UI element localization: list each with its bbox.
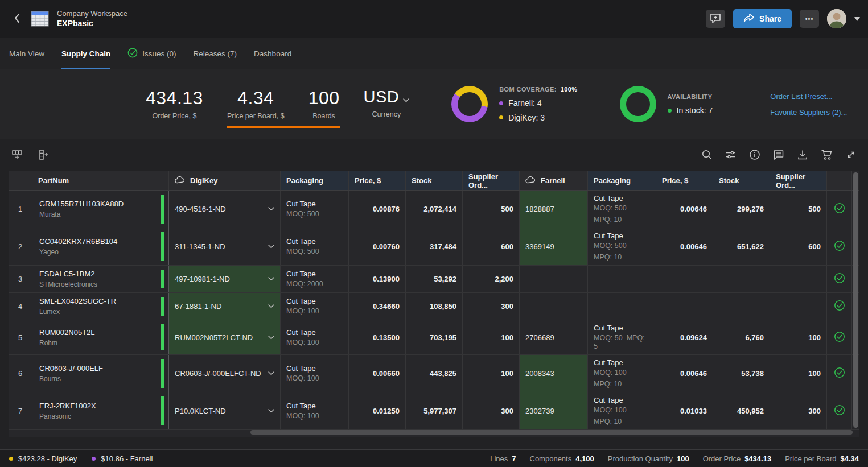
part-number: CR0603-J/-000ELF [39, 364, 103, 373]
user-avatar[interactable] [827, 9, 846, 28]
digikey-total-dot [9, 457, 13, 461]
farnell-packaging-cell: Cut Tape MOQ: 100 MPQ: 10 [588, 392, 656, 429]
farnell-supplier-order-cell [770, 293, 827, 320]
digikey-stock-cell: 703,195 [406, 320, 463, 354]
order-price-stat: 434.13 Order Price, $ [146, 88, 203, 120]
vertical-scrollbar[interactable] [853, 172, 859, 428]
filter-button[interactable] [723, 147, 739, 164]
tab-dashboard[interactable]: Dashboard [254, 38, 291, 69]
farnell-supplier-order-cell: 300 [770, 392, 827, 429]
header-part-num: PartNum [32, 171, 169, 190]
horizontal-scrollbar[interactable] [9, 430, 859, 436]
metric-components: Components4,100 [530, 454, 594, 463]
status-cell[interactable] [827, 392, 852, 429]
status-cell[interactable] [827, 191, 852, 228]
comment-icon [773, 149, 784, 162]
part-cell: CR0603-J/-000ELF Bourns [32, 355, 169, 392]
digikey-part-cell[interactable]: P10.0KLCT-ND [169, 392, 281, 429]
digikey-part-cell[interactable]: 67-1881-1-ND [169, 293, 281, 320]
digikey-part-cell[interactable]: 490-4516-1-ND [169, 191, 281, 228]
part-number: SML-LX0402SUGC-TR [39, 297, 116, 305]
status-cell[interactable] [827, 293, 852, 320]
digikey-part-cell[interactable]: CR0603-J/-000ELFCT-ND [169, 355, 281, 392]
info-button[interactable] [747, 147, 763, 164]
digikey-part-cell[interactable]: 311-1345-1-ND [169, 228, 281, 265]
part-number: CC0402KRX7R6BB104 [39, 237, 117, 246]
cart-button[interactable] [818, 147, 835, 164]
table-header-row: PartNum DigiKey Packaging Price, $ Stock… [9, 171, 859, 191]
project-name: EXPbasic [57, 18, 127, 29]
farnell-part-cell[interactable] [520, 293, 588, 320]
farnell-supplier-order-cell: 100 [770, 355, 827, 392]
row-number-cell: 1 [9, 191, 32, 228]
digikey-part-cell[interactable]: RUM002N05T2LCT-ND [169, 320, 281, 354]
row-number-cell: 7 [9, 392, 32, 429]
order-summary-panel: 434.13 Order Price, $ 4.34 Price per Boa… [0, 69, 868, 139]
chevron-down-icon [268, 277, 274, 281]
table-toolbar [0, 142, 868, 168]
part-cell: ERJ-2RKF1002X Panasonic [32, 392, 169, 429]
download-button[interactable] [795, 147, 811, 164]
farnell-part-cell[interactable]: 3369149 [520, 228, 588, 265]
availability-bar [161, 232, 164, 261]
farnell-packaging-cell [588, 266, 656, 292]
favorite-suppliers-link[interactable]: Favorite Suppliers (2)... [770, 108, 847, 117]
farnell-part-cell[interactable]: 2008343 [520, 355, 588, 392]
metric-production-quantity: Production Quantity100 [608, 454, 689, 463]
tab-issues[interactable]: Issues (0) [127, 38, 176, 69]
digikey-packaging-cell: Cut Tape MOQ: 100 [281, 392, 349, 429]
expand-button[interactable] [843, 147, 859, 164]
ordered-check-icon [834, 240, 845, 253]
cloud-icon [525, 176, 536, 185]
tab-bar: Main View Supply Chain Issues (0) Releas… [0, 38, 868, 69]
digikey-supplier-order-cell: 100 [463, 355, 520, 392]
manufacturer: STMicroelectronics [39, 280, 97, 288]
more-options-button[interactable]: ••• [800, 10, 819, 28]
farnell-part-cell[interactable] [520, 266, 588, 292]
tab-releases[interactable]: Releases (7) [194, 38, 237, 69]
board-price-group: 4.34 Price per Board, $ 100 Boards [227, 88, 340, 128]
table-row: 2 CC0402KRX7R6BB104 Yageo 311-1345-1-ND … [9, 228, 859, 266]
status-cell[interactable] [827, 228, 852, 265]
summary-divider [754, 82, 754, 126]
chevron-down-icon [268, 245, 274, 249]
tab-main-view[interactable]: Main View [9, 38, 44, 69]
currency-select[interactable]: USD Currency [364, 88, 410, 118]
farnell-part-cell[interactable]: 1828887 [520, 191, 588, 228]
boards-stat[interactable]: 100 Boards [308, 88, 340, 120]
order-list-preset-link[interactable]: Order List Preset... [770, 92, 847, 101]
add-column-button[interactable] [35, 147, 52, 164]
status-cell[interactable] [827, 266, 852, 292]
bom-coverage-title: BOM COVERAGE:100% [499, 86, 577, 93]
farnell-supplier-order-cell [770, 266, 827, 292]
search-button[interactable] [699, 147, 715, 164]
digikey-packaging-cell: Cut Tape MOQ: 100 [281, 293, 349, 320]
farnell-part-cell[interactable]: 2302739 [520, 392, 588, 429]
share-button[interactable]: Share [733, 9, 792, 28]
bom-table: PartNum DigiKey Packaging Price, $ Stock… [9, 171, 859, 437]
user-menu-caret-icon[interactable] [854, 17, 860, 21]
header-digikey: DigiKey [169, 171, 281, 190]
add-row-button[interactable] [9, 147, 26, 164]
digikey-price-cell: 0.13500 [349, 320, 406, 354]
digikey-part-cell[interactable]: 497-10981-1-ND [169, 266, 281, 292]
header-fn-packaging: Packaging [588, 171, 656, 190]
digikey-price-cell: 0.34660 [349, 293, 406, 320]
back-button[interactable] [8, 10, 26, 28]
topbar: Company Workspace EXPbasic Share ••• [0, 0, 868, 38]
farnell-part-cell[interactable]: 2706689 [520, 320, 588, 354]
tab-supply-chain[interactable]: Supply Chain [61, 38, 110, 69]
ordered-check-icon [834, 272, 845, 286]
status-cell[interactable] [827, 355, 852, 392]
digikey-stock-cell: 53,292 [406, 266, 463, 292]
status-cell[interactable] [827, 320, 852, 354]
price-per-board-stat[interactable]: 4.34 Price per Board, $ [227, 88, 285, 120]
farnell-supplier-order-cell: 500 [770, 191, 827, 228]
comments-button[interactable] [771, 147, 787, 164]
spreadsheet-logo-icon [31, 11, 49, 27]
header-fn-supplier-order: Supplier Ord... [770, 171, 827, 190]
digikey-price-cell: 0.00660 [349, 355, 406, 392]
ordered-check-icon [834, 202, 845, 216]
farnell-price-cell [656, 293, 713, 320]
feedback-button[interactable] [706, 10, 725, 28]
